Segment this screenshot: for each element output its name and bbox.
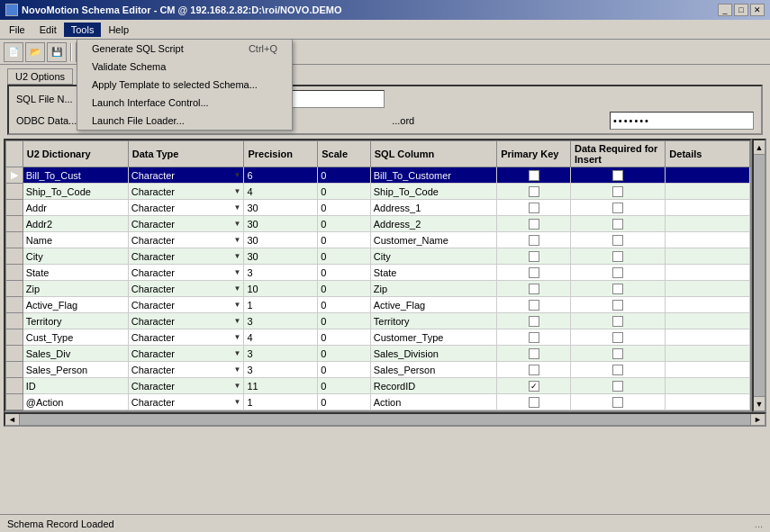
table-row[interactable]: AddrCharacter▼300Address_1 xyxy=(6,200,750,216)
cell-primarykey[interactable] xyxy=(497,167,571,184)
primary-key-checkbox[interactable] xyxy=(529,332,539,343)
menu-launch-interface[interactable]: Launch Interface Control... xyxy=(77,94,292,112)
data-required-checkbox[interactable] xyxy=(612,300,623,311)
cell-datatype[interactable]: Character▼ xyxy=(128,378,244,394)
cell-datarequired[interactable] xyxy=(571,362,666,378)
menu-help[interactable]: Help xyxy=(101,23,136,37)
primary-key-checkbox[interactable] xyxy=(529,316,539,327)
cell-primarykey[interactable] xyxy=(497,281,571,297)
data-required-checkbox[interactable] xyxy=(612,267,623,278)
cell-primarykey[interactable] xyxy=(497,297,571,313)
cell-datarequired[interactable] xyxy=(571,184,666,200)
cell-datatype[interactable]: Character▼ xyxy=(128,216,244,232)
data-required-checkbox[interactable] xyxy=(612,235,623,246)
cell-datatype[interactable]: Character▼ xyxy=(128,232,244,248)
password-input[interactable] xyxy=(610,112,754,130)
table-row[interactable]: ▶Bill_To_CustCharacter▼60Bill_To_Custome… xyxy=(6,167,750,184)
cell-primarykey[interactable] xyxy=(497,232,571,248)
data-required-checkbox[interactable] xyxy=(612,348,623,359)
data-required-checkbox[interactable] xyxy=(612,203,623,213)
cell-primarykey[interactable] xyxy=(497,394,571,410)
data-required-checkbox[interactable] xyxy=(612,284,623,294)
cell-primarykey[interactable] xyxy=(497,346,571,362)
primary-key-checkbox[interactable] xyxy=(529,284,539,294)
new-button[interactable]: 📄 xyxy=(4,42,23,62)
primary-key-checkbox[interactable] xyxy=(529,381,539,392)
cell-datatype[interactable]: Character▼ xyxy=(128,329,244,346)
cell-primarykey[interactable] xyxy=(497,248,571,265)
primary-key-checkbox[interactable] xyxy=(529,300,539,311)
menu-generate-sql[interactable]: Generate SQL Script Ctrl+Q xyxy=(77,40,292,58)
menu-tools[interactable]: Tools xyxy=(64,23,102,37)
cell-datarequired[interactable] xyxy=(571,329,666,346)
table-row[interactable]: Sales_DivCharacter▼30Sales_Division xyxy=(6,346,750,362)
minimize-button[interactable]: _ xyxy=(718,4,732,16)
cell-datatype[interactable]: Character▼ xyxy=(128,167,244,184)
cell-datarequired[interactable] xyxy=(571,232,666,248)
grid-scroll-area[interactable]: U2 Dictionary Data Type Precision Scale … xyxy=(5,140,750,410)
cell-datatype[interactable]: Character▼ xyxy=(128,394,244,410)
cell-primarykey[interactable] xyxy=(497,329,571,346)
cell-datatype[interactable]: Character▼ xyxy=(128,297,244,313)
cell-datatype[interactable]: Character▼ xyxy=(128,248,244,265)
cell-primarykey[interactable] xyxy=(497,362,571,378)
cell-primarykey[interactable] xyxy=(497,216,571,232)
primary-key-checkbox[interactable] xyxy=(529,397,539,408)
table-row[interactable]: @ActionCharacter▼10Action xyxy=(6,394,750,410)
table-row[interactable]: StateCharacter▼30State xyxy=(6,265,750,281)
menu-validate-schema[interactable]: Validate Schema xyxy=(77,58,292,76)
scroll-down-btn[interactable]: ▼ xyxy=(754,396,765,410)
cell-primarykey[interactable] xyxy=(497,265,571,281)
primary-key-checkbox[interactable] xyxy=(529,170,539,181)
cell-datarequired[interactable] xyxy=(571,281,666,297)
cell-datatype[interactable]: Character▼ xyxy=(128,362,244,378)
table-row[interactable]: CityCharacter▼300City xyxy=(6,248,750,265)
maximize-button[interactable]: □ xyxy=(734,4,748,16)
data-required-checkbox[interactable] xyxy=(612,397,623,408)
table-row[interactable]: TerritoryCharacter▼30Territory xyxy=(6,313,750,329)
data-required-checkbox[interactable] xyxy=(612,332,623,343)
table-row[interactable]: ZipCharacter▼100Zip xyxy=(6,281,750,297)
primary-key-checkbox[interactable] xyxy=(529,348,539,359)
menu-edit[interactable]: Edit xyxy=(32,23,64,37)
table-row[interactable]: Ship_To_CodeCharacter▼40Ship_To_Code xyxy=(6,184,750,200)
primary-key-checkbox[interactable] xyxy=(529,186,539,197)
cell-datarequired[interactable] xyxy=(571,248,666,265)
primary-key-checkbox[interactable] xyxy=(529,267,539,278)
open-button[interactable]: 📂 xyxy=(25,42,45,62)
save-button[interactable]: 💾 xyxy=(47,42,67,62)
cell-datarequired[interactable] xyxy=(571,265,666,281)
primary-key-checkbox[interactable] xyxy=(529,235,539,246)
table-row[interactable]: IDCharacter▼110RecordID xyxy=(6,378,750,394)
cell-datatype[interactable]: Character▼ xyxy=(128,346,244,362)
horiz-scrollbar[interactable]: ◄ ► xyxy=(4,412,766,427)
data-required-checkbox[interactable] xyxy=(612,170,623,181)
cell-datarequired[interactable] xyxy=(571,394,666,410)
cell-datatype[interactable]: Character▼ xyxy=(128,184,244,200)
scroll-up-btn[interactable]: ▲ xyxy=(754,140,765,155)
cell-datarequired[interactable] xyxy=(571,297,666,313)
cell-datatype[interactable]: Character▼ xyxy=(128,281,244,297)
cell-datatype[interactable]: Character▼ xyxy=(128,265,244,281)
primary-key-checkbox[interactable] xyxy=(529,203,539,213)
table-row[interactable]: Sales_PersonCharacter▼30Sales_Person xyxy=(6,362,750,378)
primary-key-checkbox[interactable] xyxy=(529,219,539,230)
table-row[interactable]: Addr2Character▼300Address_2 xyxy=(6,216,750,232)
cell-primarykey[interactable] xyxy=(497,200,571,216)
cell-datarequired[interactable] xyxy=(571,216,666,232)
scroll-left-btn[interactable]: ◄ xyxy=(5,414,20,425)
table-row[interactable]: NameCharacter▼300Customer_Name xyxy=(6,232,750,248)
close-button[interactable]: ✕ xyxy=(750,4,765,16)
primary-key-checkbox[interactable] xyxy=(529,365,539,375)
cell-datarequired[interactable] xyxy=(571,346,666,362)
data-required-checkbox[interactable] xyxy=(612,251,623,262)
cell-datarequired[interactable] xyxy=(571,200,666,216)
data-required-checkbox[interactable] xyxy=(612,381,623,392)
cell-primarykey[interactable] xyxy=(497,184,571,200)
menu-file[interactable]: File xyxy=(2,23,32,37)
table-row[interactable]: Active_FlagCharacter▼10Active_Flag xyxy=(6,297,750,313)
cell-datarequired[interactable] xyxy=(571,167,666,184)
primary-key-checkbox[interactable] xyxy=(529,251,539,262)
u2-options-tab[interactable]: U2 Options xyxy=(7,68,73,85)
data-required-checkbox[interactable] xyxy=(612,365,623,375)
